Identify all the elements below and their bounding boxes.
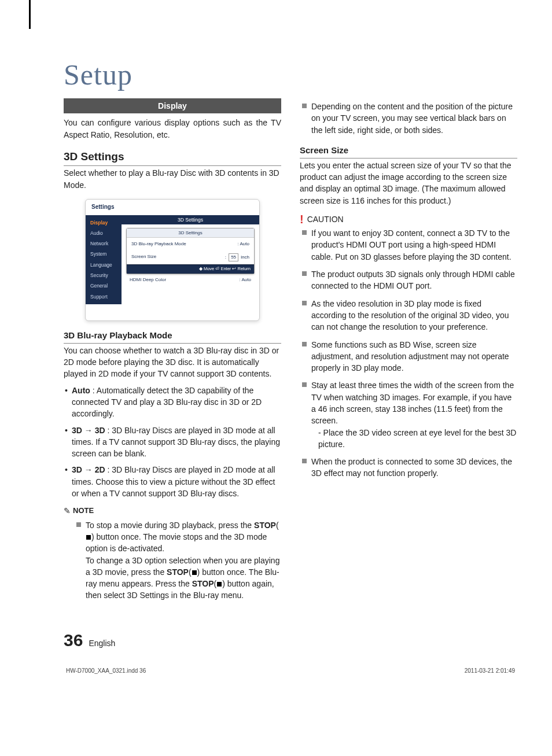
option-3d3d-label: 3D → 3D bbox=[72, 426, 105, 435]
row2-prefix: : bbox=[225, 255, 226, 260]
stop-icon bbox=[86, 535, 91, 540]
option-auto-label: Auto bbox=[72, 386, 90, 395]
option-3d2d: 3D → 2D : 3D Blu-ray Discs are played in… bbox=[64, 464, 281, 499]
dialog-row-playback: 3D Blu-ray Playback Mode : Auto bbox=[127, 238, 254, 250]
stop-3: STOP bbox=[192, 579, 214, 588]
dialog-title: 3D Settings bbox=[127, 228, 254, 238]
row1-value: : Auto bbox=[238, 241, 249, 248]
dialog-footer: ◆ Move ⏎ Enter ↩ Return bbox=[127, 264, 254, 274]
caution-heading: ! CAUTION bbox=[300, 213, 517, 225]
panel-bottom-row: HDMI Deep Color : Auto bbox=[125, 274, 256, 283]
sidebar-item-display: Display bbox=[86, 217, 122, 228]
caution-item-last: When the product is connected to some 3D… bbox=[302, 456, 517, 480]
sidebar-item-system: System bbox=[86, 249, 122, 259]
sidebar-item-network: Network bbox=[86, 238, 122, 249]
note-list: To stop a movie during 3D playback, pres… bbox=[64, 519, 281, 602]
caution-item-1: The product outputs 3D signals only thro… bbox=[302, 268, 517, 292]
playback-desc: You can choose whether to watch a 3D Blu… bbox=[64, 345, 281, 380]
panel-title: Settings bbox=[86, 200, 259, 215]
sidebar-item-support: Support bbox=[86, 292, 122, 302]
caution-label: CAUTION bbox=[307, 213, 344, 225]
heading-playback-mode: 3D Blu-ray Playback Mode bbox=[64, 329, 281, 344]
option-3d2d-label: 3D → 2D bbox=[72, 465, 105, 474]
section-banner-display: Display bbox=[64, 98, 281, 113]
crop-mark bbox=[29, 0, 31, 29]
stop-icon bbox=[192, 570, 197, 575]
screen-size-desc: Lets you enter the actual screen size of… bbox=[300, 160, 517, 206]
print-footer: HW-D7000_XAA_0321.indd 36 2011-03-21 2:0… bbox=[64, 668, 517, 674]
note-icon: ✎ bbox=[64, 505, 71, 517]
print-left: HW-D7000_XAA_0321.indd 36 bbox=[66, 668, 146, 674]
heading-3d-settings: 3D Settings bbox=[64, 149, 281, 167]
caution-item-2: As the video resolution in 3D play mode … bbox=[302, 298, 517, 333]
note-a: To stop a movie during 3D playback, pres… bbox=[86, 521, 254, 530]
caution-list: If you want to enjoy 3D content, connect… bbox=[300, 227, 517, 480]
page-number: 36 bbox=[64, 630, 83, 650]
caution-icon: ! bbox=[300, 215, 304, 223]
panel-main: 3D Settings 3D Settings 3D Blu-ray Playb… bbox=[122, 215, 259, 305]
note-item: To stop a movie during 3D playback, pres… bbox=[76, 519, 281, 602]
note-label: NOTE bbox=[73, 506, 94, 517]
right-column: Depending on the content and the positio… bbox=[300, 98, 517, 607]
panel-sidebar: Display Audio Network System Language Se… bbox=[86, 215, 122, 305]
intro-text: You can configure various display option… bbox=[64, 117, 281, 141]
caution-item-stay: Stay at least three times the width of t… bbox=[302, 379, 517, 450]
row2-box: 55 bbox=[229, 253, 238, 261]
panel-main-header: 3D Settings bbox=[122, 215, 259, 224]
caution-stay-text: Stay at least three times the width of t… bbox=[311, 381, 514, 425]
dialog-row-screensize: Screen Size : 55 inch bbox=[127, 250, 254, 264]
playback-options-list: Auto : Automatically detect the 3D capab… bbox=[64, 385, 281, 500]
sidebar-item-language: Language bbox=[86, 260, 122, 270]
bottom-label: HDMI Deep Color bbox=[130, 276, 166, 283]
option-3d3d: 3D → 3D : 3D Blu-ray Discs are played in… bbox=[64, 425, 281, 460]
dialog-3d-settings: 3D Settings 3D Blu-ray Playback Mode : A… bbox=[126, 228, 255, 274]
settings-panel: Settings Display Audio Network System La… bbox=[85, 199, 260, 321]
row2-value: : 55 inch bbox=[225, 253, 249, 261]
heading-screen-size: Screen Size bbox=[300, 144, 517, 158]
caution-stay-sub: - Place the 3D video screen at eye level… bbox=[311, 427, 517, 451]
page-language: English bbox=[89, 639, 115, 648]
caution-item-3: Some functions such as BD Wise, screen s… bbox=[302, 339, 517, 374]
stop-1: STOP bbox=[254, 521, 276, 530]
row1-label: 3D Blu-ray Playback Mode bbox=[131, 241, 186, 248]
page-title: Setup bbox=[64, 58, 517, 91]
settings3d-desc: Select whether to play a Blu-ray Disc wi… bbox=[64, 167, 281, 191]
row2-label: Screen Size bbox=[131, 253, 156, 261]
note-heading: ✎ NOTE bbox=[64, 505, 281, 517]
page-footer: 36 English bbox=[64, 630, 517, 650]
bottom-value: : Auto bbox=[240, 276, 251, 283]
option-auto: Auto : Automatically detect the 3D capab… bbox=[64, 385, 281, 420]
left-column: Display You can configure various displa… bbox=[64, 98, 281, 607]
sidebar-item-audio: Audio bbox=[86, 228, 122, 238]
note-b: ) button once. The movie stops and the 3… bbox=[86, 532, 267, 553]
row2-suffix: inch bbox=[241, 255, 249, 260]
stop-2: STOP bbox=[167, 567, 189, 577]
sidebar-item-security: Security bbox=[86, 270, 122, 281]
stop-icon bbox=[217, 582, 222, 587]
print-right: 2011-03-21 2:01:49 bbox=[465, 668, 515, 674]
sidebar-item-general: General bbox=[86, 281, 122, 291]
caution-item-0: If you want to enjoy 3D content, connect… bbox=[302, 227, 517, 263]
right-intro-list: Depending on the content and the positio… bbox=[300, 101, 517, 136]
right-intro: Depending on the content and the positio… bbox=[302, 101, 517, 136]
option-auto-text: : Automatically detect the 3D capability… bbox=[72, 386, 262, 419]
